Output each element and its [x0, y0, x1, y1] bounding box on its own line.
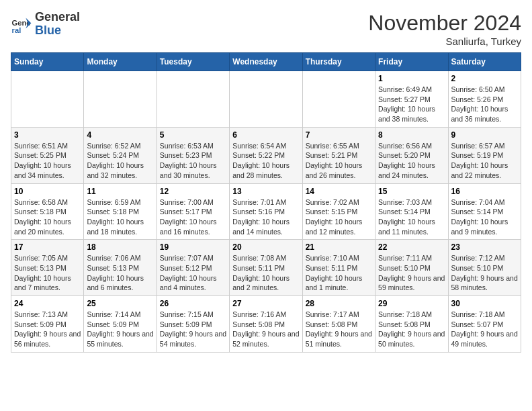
location-subtitle: Sanliurfa, Turkey [368, 36, 521, 47]
calendar-cell: 5Sunrise: 6:53 AM Sunset: 5:23 PM Daylig… [157, 127, 229, 183]
day-number: 26 [160, 299, 226, 308]
calendar-cell [84, 71, 157, 128]
calendar-cell: 19Sunrise: 7:07 AM Sunset: 5:12 PM Dayli… [157, 240, 229, 296]
day-number: 10 [14, 187, 81, 196]
calendar-cell: 20Sunrise: 7:08 AM Sunset: 5:11 PM Dayli… [230, 240, 302, 296]
day-info: Sunrise: 7:16 AM Sunset: 5:08 PM Dayligh… [232, 310, 299, 349]
day-number: 22 [378, 242, 445, 252]
day-info: Sunrise: 6:56 AM Sunset: 5:20 PM Dayligh… [378, 141, 445, 181]
day-number: 19 [160, 242, 226, 252]
day-info: Sunrise: 7:06 AM Sunset: 5:13 PM Dayligh… [87, 253, 153, 293]
day-info: Sunrise: 7:03 AM Sunset: 5:14 PM Dayligh… [378, 197, 445, 237]
calendar-cell [230, 71, 302, 128]
calendar-cell: 6Sunrise: 6:54 AM Sunset: 5:22 PM Daylig… [230, 127, 302, 183]
calendar-cell: 9Sunrise: 6:57 AM Sunset: 5:19 PM Daylig… [448, 127, 521, 183]
day-header-thursday: Thursday [302, 53, 375, 71]
day-info: Sunrise: 7:15 AM Sunset: 5:09 PM Dayligh… [160, 310, 226, 349]
day-number: 6 [232, 130, 299, 140]
day-number: 14 [306, 187, 372, 196]
calendar-cell: 28Sunrise: 7:17 AM Sunset: 5:08 PM Dayli… [302, 296, 375, 353]
day-number: 30 [451, 299, 518, 308]
calendar-cell: 25Sunrise: 7:14 AM Sunset: 5:09 PM Dayli… [84, 296, 157, 353]
day-info: Sunrise: 6:59 AM Sunset: 5:18 PM Dayligh… [87, 197, 153, 237]
calendar-cell [11, 71, 84, 128]
calendar-cell: 21Sunrise: 7:10 AM Sunset: 5:11 PM Dayli… [302, 240, 375, 296]
day-number: 15 [378, 187, 445, 196]
day-number: 5 [160, 130, 226, 140]
day-header-sunday: Sunday [11, 53, 84, 71]
calendar-week-row: 17Sunrise: 7:05 AM Sunset: 5:13 PM Dayli… [11, 240, 521, 296]
day-number: 27 [232, 299, 299, 308]
day-number: 1 [378, 74, 445, 83]
calendar-cell: 14Sunrise: 7:02 AM Sunset: 5:15 PM Dayli… [302, 183, 375, 240]
day-number: 24 [14, 299, 81, 308]
day-header-saturday: Saturday [448, 53, 521, 71]
month-title: November 2024 [368, 11, 521, 36]
day-info: Sunrise: 7:07 AM Sunset: 5:12 PM Dayligh… [160, 253, 226, 293]
day-info: Sunrise: 7:13 AM Sunset: 5:09 PM Dayligh… [14, 310, 81, 349]
calendar-cell: 27Sunrise: 7:16 AM Sunset: 5:08 PM Dayli… [230, 296, 302, 353]
day-info: Sunrise: 6:58 AM Sunset: 5:18 PM Dayligh… [14, 197, 81, 237]
logo-blue-text: Blue [35, 24, 80, 38]
calendar-cell: 8Sunrise: 6:56 AM Sunset: 5:20 PM Daylig… [375, 127, 448, 183]
calendar-cell: 22Sunrise: 7:11 AM Sunset: 5:10 PM Dayli… [375, 240, 448, 296]
calendar-cell [157, 71, 229, 128]
day-info: Sunrise: 6:53 AM Sunset: 5:23 PM Dayligh… [160, 141, 226, 181]
day-number: 20 [232, 242, 299, 252]
calendar-week-row: 24Sunrise: 7:13 AM Sunset: 5:09 PM Dayli… [11, 296, 521, 353]
day-number: 9 [451, 130, 518, 140]
day-number: 4 [87, 130, 153, 140]
day-info: Sunrise: 7:04 AM Sunset: 5:14 PM Dayligh… [451, 197, 518, 237]
calendar-cell: 11Sunrise: 6:59 AM Sunset: 5:18 PM Dayli… [84, 183, 157, 240]
day-info: Sunrise: 7:01 AM Sunset: 5:16 PM Dayligh… [232, 197, 299, 237]
day-header-friday: Friday [375, 53, 448, 71]
calendar-week-row: 1Sunrise: 6:49 AM Sunset: 5:27 PM Daylig… [11, 71, 521, 128]
calendar-cell: 29Sunrise: 7:18 AM Sunset: 5:08 PM Dayli… [375, 296, 448, 353]
calendar-cell: 15Sunrise: 7:03 AM Sunset: 5:14 PM Dayli… [375, 183, 448, 240]
day-info: Sunrise: 7:11 AM Sunset: 5:10 PM Dayligh… [378, 253, 445, 293]
calendar-cell: 13Sunrise: 7:01 AM Sunset: 5:16 PM Dayli… [230, 183, 302, 240]
day-info: Sunrise: 6:54 AM Sunset: 5:22 PM Dayligh… [232, 141, 299, 181]
day-info: Sunrise: 6:55 AM Sunset: 5:21 PM Dayligh… [306, 141, 372, 181]
calendar-cell: 1Sunrise: 6:49 AM Sunset: 5:27 PM Daylig… [375, 71, 448, 128]
calendar-header-row: SundayMondayTuesdayWednesdayThursdayFrid… [11, 53, 521, 71]
day-number: 29 [378, 299, 445, 308]
calendar-cell [302, 71, 375, 128]
calendar-cell: 10Sunrise: 6:58 AM Sunset: 5:18 PM Dayli… [11, 183, 84, 240]
calendar-cell: 23Sunrise: 7:12 AM Sunset: 5:10 PM Dayli… [448, 240, 521, 296]
day-info: Sunrise: 7:14 AM Sunset: 5:09 PM Dayligh… [87, 310, 153, 349]
day-info: Sunrise: 7:10 AM Sunset: 5:11 PM Dayligh… [306, 253, 372, 293]
page-header: Gene ral General Blue November 2024 Sanl… [11, 11, 521, 47]
title-block: November 2024 Sanliurfa, Turkey [368, 11, 521, 47]
day-info: Sunrise: 7:12 AM Sunset: 5:10 PM Dayligh… [451, 253, 518, 293]
day-number: 13 [232, 187, 299, 196]
calendar-cell: 17Sunrise: 7:05 AM Sunset: 5:13 PM Dayli… [11, 240, 84, 296]
calendar-cell: 3Sunrise: 6:51 AM Sunset: 5:25 PM Daylig… [11, 127, 84, 183]
day-header-wednesday: Wednesday [230, 53, 302, 71]
calendar-cell: 7Sunrise: 6:55 AM Sunset: 5:21 PM Daylig… [302, 127, 375, 183]
calendar-cell: 12Sunrise: 7:00 AM Sunset: 5:17 PM Dayli… [157, 183, 229, 240]
day-number: 21 [306, 242, 372, 252]
day-number: 28 [306, 299, 372, 308]
day-info: Sunrise: 6:57 AM Sunset: 5:19 PM Dayligh… [451, 141, 518, 181]
day-number: 18 [87, 242, 153, 252]
day-info: Sunrise: 7:00 AM Sunset: 5:17 PM Dayligh… [160, 197, 226, 237]
calendar-week-row: 3Sunrise: 6:51 AM Sunset: 5:25 PM Daylig… [11, 127, 521, 183]
day-info: Sunrise: 7:18 AM Sunset: 5:08 PM Dayligh… [378, 310, 445, 349]
calendar-cell: 30Sunrise: 7:18 AM Sunset: 5:07 PM Dayli… [448, 296, 521, 353]
day-info: Sunrise: 6:49 AM Sunset: 5:27 PM Dayligh… [378, 85, 445, 124]
day-number: 17 [14, 242, 81, 252]
calendar-cell: 2Sunrise: 6:50 AM Sunset: 5:26 PM Daylig… [448, 71, 521, 128]
day-header-monday: Monday [84, 53, 157, 71]
day-info: Sunrise: 7:17 AM Sunset: 5:08 PM Dayligh… [306, 310, 372, 349]
day-info: Sunrise: 6:51 AM Sunset: 5:25 PM Dayligh… [14, 141, 81, 181]
day-number: 23 [451, 242, 518, 252]
day-number: 12 [160, 187, 226, 196]
day-number: 2 [451, 74, 518, 83]
day-number: 3 [14, 130, 81, 140]
day-info: Sunrise: 7:18 AM Sunset: 5:07 PM Dayligh… [451, 310, 518, 349]
calendar-cell: 18Sunrise: 7:06 AM Sunset: 5:13 PM Dayli… [84, 240, 157, 296]
day-info: Sunrise: 6:52 AM Sunset: 5:24 PM Dayligh… [87, 141, 153, 181]
logo-icon: Gene ral [11, 13, 32, 35]
day-info: Sunrise: 7:05 AM Sunset: 5:13 PM Dayligh… [14, 253, 81, 293]
